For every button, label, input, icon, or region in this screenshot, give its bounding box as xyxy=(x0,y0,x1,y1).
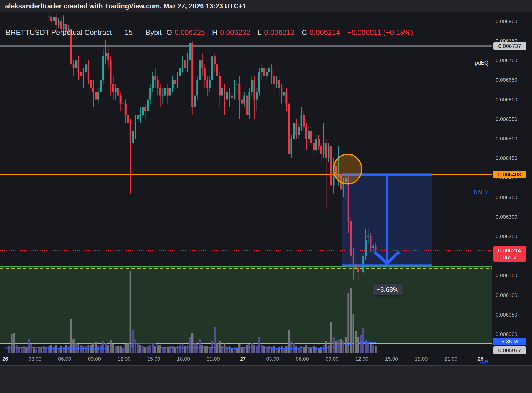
candle-body xyxy=(278,80,280,88)
symbol-header[interactable]: BRETTUSDT Perpetual Contract· 15· Bybit … xyxy=(6,28,416,37)
candle-body xyxy=(313,143,315,150)
volume-bar xyxy=(75,343,77,353)
volume-bar xyxy=(268,346,270,353)
volume-bar xyxy=(127,343,129,353)
volume-bar xyxy=(16,345,18,353)
volume-bar xyxy=(167,347,169,353)
volume-bar xyxy=(313,346,315,353)
attribution-bar: aleksanderltrader created with TradingVi… xyxy=(0,0,532,12)
volume-bar xyxy=(142,346,144,353)
volume-bar xyxy=(174,348,176,353)
volume-bar xyxy=(50,345,52,353)
price-axis-label: 0.006700 xyxy=(496,57,517,63)
candle-body xyxy=(236,84,238,84)
volume-bar xyxy=(355,331,357,353)
measure-tooltip: −3.68% xyxy=(373,284,403,295)
time-axis-label: 09:00 xyxy=(88,356,101,362)
candle-wick xyxy=(237,80,237,99)
candle-body xyxy=(251,80,253,92)
candle-body xyxy=(268,68,270,72)
volume-bar xyxy=(130,271,132,353)
candle-body xyxy=(130,123,131,143)
volume-bar xyxy=(35,349,37,353)
green-zone xyxy=(0,267,492,343)
volume-bar xyxy=(25,348,28,353)
measure-percent: −3.68% xyxy=(376,286,399,293)
volume-bar xyxy=(70,319,72,353)
candle-body xyxy=(117,88,119,95)
volume-bar xyxy=(60,346,62,353)
chart-area[interactable]: BRETTUSDT Perpetual Contract· 15· Bybit … xyxy=(0,12,532,365)
candle-body xyxy=(288,104,290,154)
volume-bar xyxy=(65,345,67,353)
candle-body xyxy=(357,268,359,272)
volume-bar xyxy=(68,346,70,353)
volume-bar xyxy=(72,339,75,353)
symbol-name[interactable]: BRETTUSDT Perpetual Contract xyxy=(6,28,112,36)
volume-bar xyxy=(132,330,134,353)
volume-bar xyxy=(360,335,362,353)
time-axis[interactable]: 2603:0006:0009:0012:0015:0018:0021:00270… xyxy=(0,353,532,365)
candle-body xyxy=(296,123,297,135)
candle-body xyxy=(323,143,324,154)
candle-body xyxy=(92,88,94,92)
volume-bar xyxy=(184,346,186,353)
volume-bar xyxy=(323,345,325,353)
volume-bar xyxy=(8,346,10,353)
volume-bar xyxy=(370,344,372,353)
time-axis-label: 26 xyxy=(2,356,8,362)
volume-bar xyxy=(278,347,280,353)
volume-bar xyxy=(367,343,369,353)
candle-body xyxy=(204,68,206,80)
volume-bar xyxy=(187,345,189,353)
price-axis[interactable]: 0.0068000.0067500.0067000.0066500.006600… xyxy=(492,12,532,353)
volume-bar xyxy=(179,345,181,353)
volume-bar xyxy=(11,334,13,353)
volume-bar xyxy=(211,341,213,353)
candle-body xyxy=(55,17,57,25)
pdeq-line-label: pdEQ xyxy=(475,60,488,66)
candle-countdown: 06:02 xyxy=(495,254,524,261)
interval-label[interactable]: 15 xyxy=(125,28,133,36)
candle-body xyxy=(290,139,292,154)
candle-body xyxy=(305,127,307,139)
candle-body xyxy=(50,17,52,21)
candle-wick xyxy=(145,104,146,119)
volume-bar xyxy=(125,344,127,353)
candle-body xyxy=(221,88,223,95)
close-label: C0.006214 xyxy=(302,28,342,36)
candle-body xyxy=(318,139,320,146)
volume-bar xyxy=(243,348,245,353)
candle-body xyxy=(162,96,164,96)
volume-bar xyxy=(375,346,377,353)
volume-bar xyxy=(80,345,82,353)
candle-body xyxy=(53,17,55,21)
candle-body xyxy=(253,80,255,99)
price-axis-label: 0.006050 xyxy=(496,312,517,318)
candlestick-plot[interactable] xyxy=(0,12,532,365)
change-value: −0.000011 (−0.18%) xyxy=(347,28,413,36)
volume-bar xyxy=(33,348,35,353)
candle-body xyxy=(159,88,161,95)
volume-bar xyxy=(152,344,154,353)
candle-body xyxy=(243,96,245,104)
price-axis-label: 0.006600 xyxy=(496,96,517,102)
candle-body xyxy=(137,115,139,119)
volume-bar xyxy=(105,343,107,353)
volume-bar xyxy=(347,293,349,353)
volume-bar xyxy=(266,348,268,353)
volume-bar xyxy=(162,348,164,353)
candle-body xyxy=(191,43,193,107)
volume-bar xyxy=(209,347,211,353)
volume-bar xyxy=(318,348,320,353)
exchange-label: Bybit xyxy=(145,28,162,36)
volume-bar xyxy=(219,341,221,353)
volume-bar xyxy=(97,346,99,353)
candle-body xyxy=(206,80,208,88)
candle-body xyxy=(241,100,243,104)
time-axis-label: 15:00 xyxy=(385,356,398,362)
volume-bar xyxy=(112,344,114,353)
candle-body xyxy=(330,146,332,185)
volume-bar xyxy=(135,339,137,353)
low-value: 0.006212 xyxy=(264,28,295,36)
